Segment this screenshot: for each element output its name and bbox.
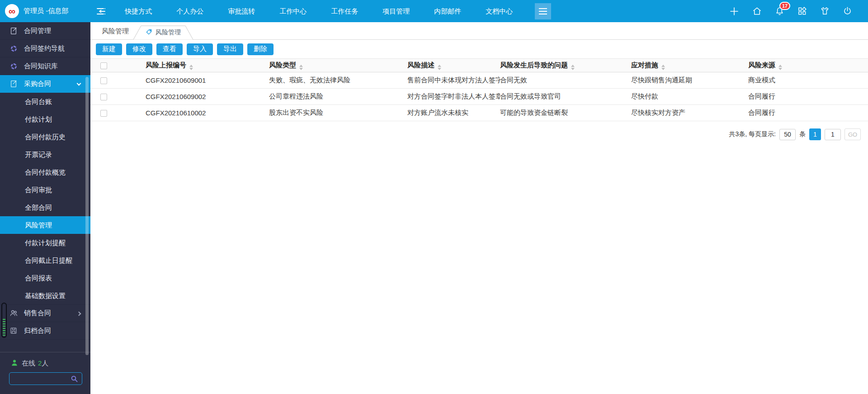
current-page-button[interactable]: 1 [809,128,821,140]
top-nav-item[interactable]: 审批流转 [216,0,267,22]
pagination: 共3条, 每页显示: 条 1 GO [90,128,861,140]
submenu-item[interactable]: 付款计划提醒 [0,234,90,252]
column-header[interactable]: 风险发生后导致的问题 [500,59,631,72]
sidebar-item-label: 销售合同 [24,309,51,318]
submenu-item[interactable]: 开票记录 [0,146,90,163]
go-button[interactable]: GO [844,128,861,140]
cell-risk-source: 商业模式 [748,72,868,89]
tab-risk-management[interactable]: 风险管理 [132,25,194,40]
sidebar-item-knowledge-base[interactable]: 合同知识库 [0,57,90,75]
apps-grid-icon[interactable] [797,6,807,16]
page-size-input[interactable] [779,129,796,140]
power-logout-icon[interactable] [842,6,853,16]
cell-risk-id: CGFX20210610002 [146,105,269,121]
submenu-item[interactable]: 合同审批 [0,181,90,199]
column-header[interactable]: 风险类型 [269,59,407,72]
table-row[interactable]: CGFX20210609002 公司章程违法风险 对方合同签字时非法人本人签章 … [90,89,868,105]
toolbar-button[interactable]: 导出 [217,43,243,55]
sidebar-item-contract-management[interactable]: 合同管理 [0,22,90,40]
row-checkbox[interactable] [100,77,107,84]
notifications-bell-icon[interactable]: 17 [774,6,785,16]
toolbar-button[interactable]: 新建 [96,43,122,55]
risk-table: 风险上报编号 风险类型 风险描述 风险发生后导致的问题 应对措施 风险来源 [90,58,868,121]
scroll-position-indicator [1,303,7,338]
sidebar-item-label: 归档合同 [24,327,51,335]
table-row[interactable]: CGFX20210609001 失败、瑕疵、无效法律风险 售前合同中未体现对方法… [90,72,868,89]
top-nav-item[interactable]: 个人办公 [164,0,216,22]
submenu-item[interactable]: 全部合同 [0,199,90,216]
table-row[interactable]: CGFX20210610002 股东出资不实风险 对方账户流水未核实 可能的导致… [90,105,868,121]
sort-icon[interactable] [571,65,575,70]
column-header[interactable]: 风险上报编号 [146,59,269,72]
submenu-item[interactable]: 合同台账 [0,93,90,110]
top-nav-item[interactable]: 项目管理 [370,0,422,22]
top-nav-item[interactable]: 内部邮件 [422,0,473,22]
table-body: CGFX20210609001 失败、瑕疵、无效法律风险 售前合同中未体现对方法… [90,72,868,121]
breadcrumb[interactable]: 风险管理 [102,22,129,40]
top-nav-item[interactable]: 工作中心 [267,0,319,22]
sort-icon[interactable] [438,65,441,70]
column-header[interactable]: 风险来源 [748,59,868,72]
sidebar-item-label: 合同签约导航 [24,44,65,53]
row-checkbox[interactable] [100,94,107,100]
archive-icon [9,327,18,335]
submenu-item[interactable]: 风险管理 [0,216,90,234]
table-header-row: 风险上报编号 风险类型 风险描述 风险发生后导致的问题 应对措施 风险来源 [90,59,868,72]
search-icon[interactable] [71,375,78,383]
sort-icon[interactable] [778,65,782,70]
theme-shirt-icon[interactable] [820,6,830,16]
row-checkbox[interactable] [100,110,107,117]
column-header[interactable]: 应对措施 [631,59,748,72]
sort-icon[interactable] [189,65,193,70]
pagination-unit: 条 [799,130,806,138]
search-input[interactable] [9,375,71,382]
notification-badge: 17 [779,2,790,10]
current-user-label: 管理员 -信息部 [24,7,68,15]
sort-icon[interactable] [661,65,665,70]
tab-strip: 风险管理 风险管理 [90,22,868,40]
sidebar-footer: 在线 2人 [0,352,90,394]
home-icon[interactable] [752,6,762,16]
tab-label: 风险管理 [156,28,181,37]
goto-page-input[interactable] [825,129,841,140]
select-all-checkbox[interactable] [100,62,107,69]
submenu-item[interactable]: 合同截止日提醒 [0,252,90,269]
toolbar-button[interactable]: 删除 [247,43,274,55]
tag-icon [146,28,152,37]
cell-risk-id: CGFX20210609002 [146,89,269,105]
submenu-item[interactable]: 合同报表 [0,269,90,287]
sidebar-item-purchase-contracts[interactable]: 采购合同 [0,75,90,93]
submenu-item[interactable]: 基础数据设置 [0,287,90,304]
topbar-actions: 17 [729,6,853,17]
sidebar-item-archived-contracts[interactable]: 归档合同 [0,322,90,340]
sort-icon[interactable] [299,65,303,70]
top-nav-item[interactable]: 文档中心 [473,0,525,22]
cell-risk-type: 公司章程违法风险 [269,89,407,105]
more-menu-icon[interactable] [535,3,551,19]
cell-risk-desc: 对方合同签字时非法人本人签章 [407,89,500,105]
toolbar-button[interactable]: 修改 [126,43,152,55]
column-header[interactable]: 风险描述 [407,59,500,72]
row-select-cell [90,105,146,121]
online-suffix: 人 [42,359,48,367]
top-nav-item[interactable]: 快捷方式 [113,0,164,22]
submenu-item[interactable]: 合同付款历史 [0,128,90,146]
submenu-item[interactable]: 付款计划 [0,110,90,128]
top-nav-item[interactable]: 工作任务 [319,0,370,22]
add-icon[interactable] [729,6,740,17]
toolbar-button[interactable]: 查看 [156,43,183,55]
sidebar-scrollbar[interactable] [85,77,89,355]
cell-risk-desc: 对方账户流水未核实 [407,105,500,121]
sidebar-item-signing-navigation[interactable]: 合同签约导航 [0,40,90,57]
sidebar-item-label: 采购合同 [24,80,51,88]
toolbar-button[interactable]: 导入 [187,43,213,55]
main-content: 风险管理 风险管理 新建修改查看导入导出删除 [90,22,868,394]
person-icon [11,359,18,368]
gear-icon [9,63,18,69]
cell-risk-measure: 尽快跟销售沟通延期 [631,72,748,89]
cell-risk-type: 股东出资不实风险 [269,105,407,121]
submenu-item[interactable]: 合同付款概览 [0,163,90,181]
sidebar: 合同管理 合同签约导航 合同知识库 采购合同 合同台账付款计划合同付款历史开票记… [0,22,90,394]
menu-collapse-icon[interactable] [95,6,106,17]
sidebar-item-sales-contracts[interactable]: 销售合同 [0,304,90,322]
